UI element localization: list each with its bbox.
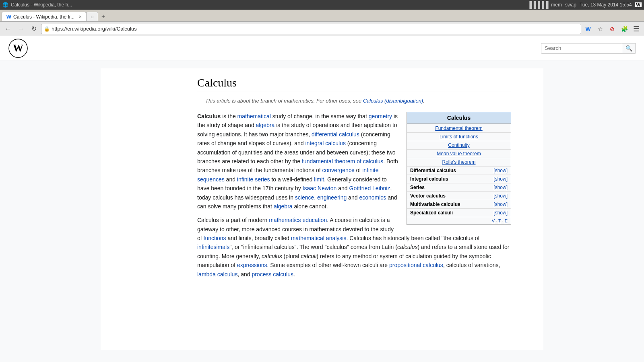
infobox-section-label-5: Specialized calculi	[410, 210, 453, 216]
mem-label: mem	[551, 2, 562, 8]
link-lambda-calculus[interactable]: lambda calculus	[197, 271, 237, 278]
wikipedia-search-input[interactable]	[541, 43, 622, 53]
browser-tab-inactive[interactable]: ○	[86, 12, 98, 21]
infobox-show-5[interactable]: [show]	[493, 210, 508, 216]
infobox-show-2[interactable]: [show]	[493, 185, 508, 190]
address-bar-container: 🔒	[41, 24, 581, 34]
os-title: Calculus - Wikipedia, the fr...	[11, 2, 72, 8]
infobox-title: Calculus	[407, 112, 511, 124]
new-tab-button[interactable]: +	[98, 12, 108, 21]
wikipedia-header: W 🔍	[0, 36, 644, 60]
bold-calculus: Calculus	[197, 113, 221, 119]
infobox-link-rolles[interactable]: Rolle's theorem	[407, 158, 511, 166]
tab-icon: 🌐	[2, 2, 8, 8]
infobox-section-label-2: Series	[410, 185, 425, 190]
link-mathematical-analysis[interactable]: mathematical analysis	[291, 235, 347, 241]
mem-bars-icon: ▐▐▐▐▐	[527, 1, 548, 8]
link-limit[interactable]: limit	[314, 176, 324, 183]
infobox-link-continuity[interactable]: Continuity	[407, 141, 511, 149]
hatnote-text: This article is about the branch of math…	[205, 98, 363, 104]
infobox-section-vector: Vector calculus [show]	[407, 191, 511, 200]
infobox-footer-t[interactable]: T	[498, 218, 501, 223]
wikipedia-bookmark-icon[interactable]: W	[583, 24, 593, 34]
os-w-icon: W	[635, 2, 642, 7]
infobox-link-mean-value[interactable]: Mean value theorem	[407, 149, 511, 158]
article-paragraph-2: Calculus is a part of modern mathematics…	[197, 216, 511, 279]
infobox-link-fundamental-theorem[interactable]: Fundamental theorem	[407, 124, 511, 132]
link-integral-calculus[interactable]: integral calculus	[305, 140, 346, 146]
reload-button[interactable]: ↻	[28, 23, 39, 35]
os-titlebar-left: 🌐 Calculus - Wikipedia, the fr...	[2, 2, 72, 8]
link-functions[interactable]: functions	[204, 235, 226, 241]
link-economics[interactable]: economics	[359, 194, 386, 201]
infobox-show-4[interactable]: [show]	[493, 202, 508, 207]
infobox-footer-v[interactable]: V	[492, 218, 495, 223]
extension-icon[interactable]: 🧩	[619, 24, 630, 34]
link-algebra[interactable]: algebra	[256, 122, 275, 128]
link-geometry[interactable]: geometry	[369, 113, 392, 119]
link-propositional-calculus[interactable]: propositional calculus	[389, 262, 443, 268]
infobox-sections: Differential calculus [show] Integral ca…	[407, 166, 511, 217]
infobox-main-links: Fundamental theorem Limits of functions …	[407, 124, 511, 166]
infobox-show-0[interactable]: [show]	[493, 168, 508, 173]
os-datetime: Tue, 13 May 2014 15:54	[580, 2, 632, 8]
infobox-show-3[interactable]: [show]	[493, 193, 508, 199]
hatnote-link[interactable]: Calculus (disambiguation)	[363, 98, 423, 104]
link-algebra-2[interactable]: algebra	[274, 203, 293, 210]
link-convergence[interactable]: convergence	[322, 167, 355, 173]
latin-calculus: calculus	[397, 244, 418, 250]
menu-icon[interactable]: ☰	[631, 24, 642, 34]
article-title: Calculus	[197, 76, 511, 91]
infobox-section-specialized: Specialized calculi [show]	[407, 208, 511, 217]
link-mathematical[interactable]: mathematical	[237, 113, 271, 119]
tab-title: Calculus - Wikipedia, the fr...	[13, 14, 74, 20]
wikipedia-search-button[interactable]: 🔍	[622, 43, 636, 53]
os-titlebar: 🌐 Calculus - Wikipedia, the fr... ▐▐▐▐▐ …	[0, 0, 644, 10]
tab-favicon: W	[6, 14, 12, 20]
infobox-section-label-1: Integral calculus	[410, 176, 448, 182]
ssl-lock-icon: 🔒	[44, 26, 50, 32]
infobox-section-series: Series [show]	[407, 183, 511, 191]
os-titlebar-right: ▐▐▐▐▐ mem swap Tue, 13 May 2014 15:54 W	[527, 1, 642, 8]
stop-icon[interactable]: ⊘	[607, 24, 617, 34]
back-button[interactable]: ←	[2, 23, 14, 35]
forward-button[interactable]: →	[15, 23, 27, 35]
svg-text:W: W	[13, 42, 23, 54]
wiki-page-content: Calculus This article is about the branc…	[0, 60, 644, 362]
browser-nav-bar: ← → ↻ 🔒 W ☆ ⊘ 🧩 ☰	[0, 22, 644, 36]
infobox-section-label-0: Differential calculus	[410, 168, 456, 173]
bookmark-star-icon[interactable]: ☆	[595, 24, 605, 34]
infobox-show-1[interactable]: [show]	[493, 176, 508, 182]
infobox-section-multivariable: Multivariable calculus [show]	[407, 200, 511, 208]
browser-tab-bar: W Calculus - Wikipedia, the fr... ✕ ○ +	[0, 10, 644, 22]
link-engineering[interactable]: engineering	[317, 194, 347, 201]
link-math-education[interactable]: mathematics education	[269, 217, 327, 223]
link-expressions[interactable]: expressions	[237, 262, 267, 268]
link-leibniz[interactable]: Gottfried Leibniz	[349, 185, 390, 191]
infobox-footer: V · T · E	[407, 217, 511, 224]
nav-right-buttons: W ☆ ⊘ 🧩 ☰	[583, 24, 642, 34]
address-bar[interactable]	[52, 26, 578, 32]
wikipedia-search-container: 🔍	[541, 43, 636, 53]
link-fundamental-theorem[interactable]: fundamental theorem of calculus	[302, 158, 383, 165]
browser-tab-active[interactable]: W Calculus - Wikipedia, the fr... ✕	[2, 12, 86, 21]
infobox-section-label-3: Vector calculus	[410, 193, 446, 199]
link-infinitesimals[interactable]: infinitesimals	[197, 244, 229, 250]
infobox-section-integral: Integral calculus [show]	[407, 175, 511, 183]
italic-calculi: calculi	[301, 253, 316, 259]
wikipedia-logo[interactable]: W	[8, 38, 28, 58]
italic-calculus: calculus	[262, 253, 282, 259]
infobox-link-limits[interactable]: Limits of functions	[407, 132, 511, 141]
link-science[interactable]: science	[295, 194, 314, 201]
wikipedia-logo-svg: W	[8, 38, 28, 58]
tab-close-button[interactable]: ✕	[78, 14, 82, 19]
link-newton[interactable]: Isaac Newton	[303, 185, 337, 191]
link-differential-calculus[interactable]: differential calculus	[312, 131, 359, 138]
infobox-footer-e[interactable]: E	[505, 218, 508, 223]
link-infinite-series[interactable]: infinite series	[237, 176, 270, 183]
swap-label: swap	[565, 2, 576, 8]
link-process-calculus[interactable]: process calculus	[252, 271, 293, 278]
article-container: Calculus This article is about the branc…	[101, 68, 543, 350]
article-inner: Calculus This article is about the branc…	[181, 68, 527, 300]
infobox-section-differential: Differential calculus [show]	[407, 166, 511, 175]
